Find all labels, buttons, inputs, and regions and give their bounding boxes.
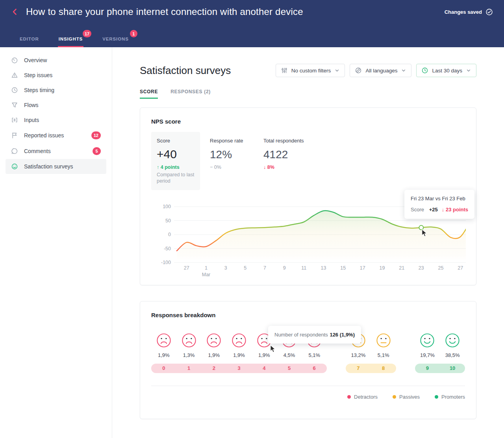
filter-no-custom-filters[interactable]: No custom filters <box>276 64 345 77</box>
legend-label: Detractors <box>354 394 378 400</box>
sidebar-item-label: Overview <box>24 57 47 63</box>
scale-number: 6 <box>302 364 327 373</box>
total-respondents-delta: ↓ 8% <box>263 164 326 170</box>
notification-badge: 17 <box>83 30 91 37</box>
neutral-face-icon <box>376 333 391 348</box>
response-percentage: 1,9% <box>233 352 245 358</box>
sidebar-item-reported-issues[interactable]: Reported issues12 <box>6 128 106 143</box>
sidebar-item-step-issues[interactable]: Step issues <box>6 68 106 83</box>
x-axis-tick: 3 <box>224 265 227 271</box>
response-score-0[interactable]: 1,9% <box>151 333 176 358</box>
breakdown-title: Responses breakdown <box>151 312 465 318</box>
header-tab-label: VERSIONS <box>102 37 129 41</box>
tab-responses-2[interactable]: RESPONSES (2) <box>170 89 211 99</box>
clock-icon <box>11 87 18 94</box>
sidebar-item-satisfaction-surveys[interactable]: Satisfaction surveys <box>6 159 106 174</box>
response-percentage: 1,9% <box>208 352 220 358</box>
legend-label: Promoters <box>441 394 465 400</box>
divider <box>151 386 465 386</box>
chart-tooltip: Fri 23 Mar vs Fri 23 Feb Score +25 ↓ 23 … <box>404 190 474 219</box>
scale-number: 10 <box>440 364 465 373</box>
sidebar-item-steps-timing[interactable]: Steps timing <box>6 83 106 98</box>
score-delta: ↑ 4 points <box>157 164 195 170</box>
x-axis-tick: 13 <box>321 265 326 271</box>
y-axis-tick: -50 <box>164 246 171 251</box>
header-tab-versions[interactable]: VERSIONS1 <box>102 34 130 47</box>
score-label: Score <box>157 138 195 144</box>
filter-label: All languages <box>365 68 397 74</box>
scale-number: 2 <box>201 364 226 373</box>
header-tab-label: EDITOR <box>20 37 39 41</box>
happy-face-icon <box>420 333 435 348</box>
sidebar-item-comments[interactable]: Comments5 <box>6 143 106 159</box>
header-tabs: EDITORINSIGHTS17VERSIONS1 <box>0 34 504 47</box>
smiley-icon <box>11 163 18 170</box>
breakdown-legend: DetractorsPassivesPromoters <box>151 394 465 400</box>
sidebar-item-label: Step issues <box>24 72 52 78</box>
responses-breakdown-card: Responses breakdown 1,9%1,3%1,9%1,9%1,9%… <box>140 301 476 419</box>
response-percentage: 5,1% <box>308 352 320 358</box>
flag-icon <box>11 132 18 139</box>
funnel-icon <box>11 102 18 109</box>
sidebar-item-flows[interactable]: Flows <box>6 98 106 113</box>
response-score-2[interactable]: 1,9% <box>201 333 226 358</box>
scale-number: 0 <box>151 364 176 373</box>
save-status: Changes saved <box>445 8 493 16</box>
x-axis-tick: 17 <box>360 265 365 271</box>
inputs-icon <box>11 116 18 124</box>
response-percentage: 1,9% <box>158 352 170 358</box>
page-title: Satisfaction surveys <box>140 65 231 77</box>
response-rate-label: Response rate <box>210 138 263 144</box>
response-score-10[interactable]: 38,5% <box>440 333 465 358</box>
tab-score[interactable]: SCORE <box>140 89 158 99</box>
filter-bar: No custom filtersAll languagesLast 30 da… <box>276 64 476 77</box>
legend-dot-icon <box>393 395 396 399</box>
sidebar-item-label: Flows <box>24 102 39 108</box>
main-content: Satisfaction surveys No custom filtersAl… <box>112 47 504 438</box>
filter-label: Last 30 days <box>432 68 462 74</box>
response-score-1[interactable]: 1,3% <box>176 333 202 358</box>
scale-number: 1 <box>176 364 202 373</box>
app-header: How to share your phone internet connect… <box>0 0 504 47</box>
x-axis-tick: 19 <box>380 265 385 271</box>
sidebar-item-inputs[interactable]: Inputs <box>6 113 106 128</box>
chart-tooltip-metric: Score <box>411 207 424 213</box>
save-status-label: Changes saved <box>445 9 482 15</box>
breakdown-tooltip-label: Number of respondents <box>274 332 328 338</box>
sidebar-item-overview[interactable]: Overview <box>6 53 106 68</box>
filter-last-30-days[interactable]: Last 30 days <box>416 64 476 77</box>
filter-all-languages[interactable]: All languages <box>350 64 411 77</box>
response-score-9[interactable]: 19,7% <box>415 333 440 358</box>
highlighted-data-point[interactable] <box>419 225 423 230</box>
response-percentage: 38,5% <box>445 352 460 358</box>
response-score-3[interactable]: 1,9% <box>226 333 252 358</box>
sliders-icon <box>281 67 288 74</box>
header-tab-label: INSIGHTS <box>59 37 83 41</box>
sad-face-icon <box>182 333 196 348</box>
clock-icon <box>421 67 428 74</box>
chevron-down-icon <box>334 68 340 73</box>
x-axis-tick: 27 <box>458 265 463 271</box>
total-respondents-metric: Total respondents 4122 ↓ 8% <box>263 132 326 190</box>
response-percentage: 1,9% <box>258 352 270 358</box>
gauge-icon <box>11 57 18 64</box>
header-tab-insights[interactable]: INSIGHTS17 <box>58 34 84 47</box>
total-respondents-value: 4122 <box>263 148 326 161</box>
response-score-8[interactable]: 5,1% <box>371 333 396 358</box>
response-rate-metric: Response rate 12% − 0% <box>210 132 263 190</box>
scale-number: 4 <box>252 364 277 373</box>
header-tab-editor[interactable]: EDITOR <box>19 34 40 47</box>
back-button[interactable] <box>9 6 20 17</box>
response-percentage: 19,7% <box>420 352 435 358</box>
y-axis-tick: 50 <box>165 218 171 224</box>
response-percentage: 1,3% <box>183 352 195 358</box>
passives-scale-pill: 78 <box>346 364 396 373</box>
y-axis-tick: -100 <box>161 260 171 265</box>
sidebar-item-label: Steps timing <box>24 87 54 93</box>
scale-number: 3 <box>226 364 252 373</box>
insights-sidebar: OverviewStep issuesSteps timingFlowsInpu… <box>0 47 112 438</box>
x-axis-tick: 23 <box>419 265 424 271</box>
legend-label: Passives <box>399 394 420 400</box>
chart-tooltip-delta: ↓ 23 points <box>442 207 468 213</box>
x-axis-tick: 11 <box>301 265 306 271</box>
